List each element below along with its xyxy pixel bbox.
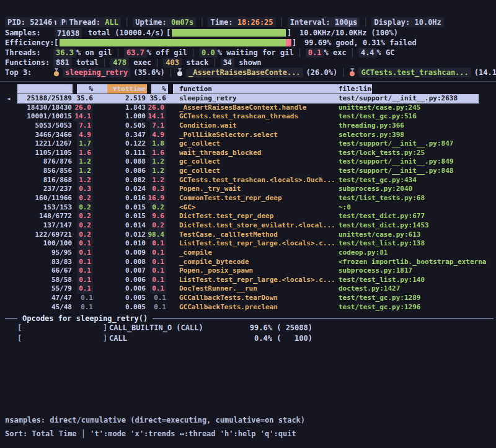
function-name-cell: <GC> [179,203,335,213]
status-value: 10.0Hz [414,18,441,27]
tottime-cell: 0.008 [125,258,146,267]
tottime-cell: 0.006 [125,284,146,294]
top3-function-name: GCTests.test_trashcan... [358,68,471,77]
function-name-cell: ListTest.test_repr_large.<locals>.c... [179,276,335,285]
status-value: 18:26:25 [237,18,273,27]
function-table: ◄ 25188/25189 35.6 2.519 35.6 sleeping_r… [0,94,496,312]
table-row[interactable]: 5053/5053 7.1 0.505 7.1 Condition.wait t… [0,121,496,131]
opcode-name: CALL [109,333,127,344]
cumulative-percent-cell: 1.6 [150,149,166,158]
table-row[interactable]: 58/58 0.1 0.006 0.1 ListTest.test_repr_l… [0,276,496,285]
table-row[interactable]: 45/48 0.1 0.005 0.1 GCCallbackTests.prec… [0,303,496,312]
medal-icon [177,68,183,76]
table-row[interactable]: 160/11966 0.2 0.016 16.9 CommonTest.test… [0,194,496,203]
status-label: PID: [7,18,25,27]
functions-metric: │478 exec [99,58,151,68]
file-line-cell: test/test_gc.py:1296 [339,303,494,312]
metric-value: 0.0 [199,48,218,58]
top3-function-name: sleeping_retry [63,68,130,77]
tottime-cell: 0.006 [125,276,146,285]
table-row[interactable]: 816/868 1.2 0.082 1.2 GCTests.test_trash… [0,176,496,185]
nsamples-cell: 18430/18430 [27,103,72,113]
function-name-cell: sleeping_retry [179,94,335,103]
column-header-nsamples[interactable]: nsamples [39,84,72,94]
top3-label: Top 3: [5,68,53,78]
table-row[interactable]: 153/153 0.2 0.015 0.2 <GC> ~:0 [0,203,496,213]
column-header-tottime-sorted[interactable]: ▼tottime [113,84,146,94]
separator: │ [212,58,216,67]
bar-open-bracket: [ [17,333,22,344]
direct-percent-cell: 1.2 [77,167,93,176]
column-header-function[interactable]: function [179,84,212,94]
cumulative-percent-cell: 0.3 [150,185,166,194]
direct-percent-cell: 1.6 [77,149,93,158]
status-group: PID: 52146 [5,17,55,28]
metric-value: 478 [110,58,129,68]
table-row[interactable]: 10001/10015 14.1 1.000 14.1 GCTests.test… [0,112,496,121]
threads-row: Threads: 36.3% on gil│63.7% off gil│0.0%… [0,48,496,58]
empty-space [0,344,496,415]
table-row[interactable]: 122/69721 0.2 0.012 98.4 TestCase._callT… [0,231,496,240]
direct-percent-cell: 0.2 [77,221,93,231]
top3-percent: (26.0%) [306,68,338,77]
threads-label: Threads: [5,48,53,58]
function-name-cell: _PollLikeSelector.select [179,131,335,140]
samples-bar-fill [172,29,286,37]
cumulative-percent-cell: 0.2 [150,203,166,213]
cumulative-percent-cell: 35.6 [150,94,167,103]
file-line-cell: selectors.py:398 [339,131,494,140]
table-row[interactable]: 83/83 0.1 0.008 0.1 _compile_bytecode <f… [0,258,496,267]
table-row[interactable]: 95/95 0.1 0.009 0.1 _compile codeop.py:8… [0,248,496,258]
separator: │ [58,18,63,27]
status-label: Display: [374,18,410,27]
divider-dash [5,318,17,319]
direct-percent-cell: 0.1 [77,248,93,258]
table-row[interactable]: 100/100 0.1 0.010 0.1 ListTest.test_repr… [0,239,496,248]
function-name-cell: Condition.wait [179,121,335,131]
table-row[interactable]: 3466/3466 4.9 0.347 4.9 _PollLikeSelecto… [0,131,496,140]
table-row[interactable]: 66/67 0.1 0.007 0.1 Popen._posix_spawn s… [0,266,496,276]
table-row[interactable]: 18430/18430 26.0 1.843 26.0 _AssertRaise… [0,103,496,113]
metric-suffix: % waiting for gil [218,48,294,57]
medal-icon [53,68,60,76]
table-divider [0,81,496,82]
status-group: │Display: 10.0Hz [360,17,444,28]
column-header-file-line[interactable]: file:line [339,84,376,94]
table-row[interactable]: 856/856 1.2 0.086 1.2 gc_collect test/su… [0,167,496,176]
table-row[interactable]: 148/6772 0.2 0.015 9.6 DictTest.test_rep… [0,212,496,221]
metric-suffix: exec [133,58,151,67]
bar-open-bracket: [ [166,28,170,38]
opcode-percent: 0.4% ( 100) [221,333,312,344]
nsamples-cell: 160/11966 [35,194,72,203]
table-row[interactable]: 1105/1105 1.6 0.111 1.6 wait_threads_blo… [0,149,496,158]
tottime-cell: 0.111 [125,149,146,158]
file-line-cell: ~:0 [339,203,494,213]
table-row[interactable]: 876/876 1.2 0.088 1.2 gc_collect test/su… [0,157,496,167]
table-row[interactable]: ◄ 25188/25189 35.6 2.519 35.6 sleeping_r… [0,94,496,103]
thread-metric: │63.7% off gil [112,48,187,58]
table-row[interactable]: 137/147 0.2 0.014 0.2 DictTest.test_stor… [0,221,496,231]
column-header-cumulative-percent[interactable]: % [162,84,166,94]
bar-open-bracket: [ [17,323,22,333]
status-value: ALL [105,18,118,27]
nsamples-cell: 10001/10015 [27,112,72,121]
cumulative-percent-cell: 98.4 [146,231,167,240]
nsamples-cell: 1105/1105 [35,149,72,158]
table-row[interactable]: 237/237 0.3 0.024 0.3 Popen._try_wait su… [0,185,496,194]
file-line-cell: subprocess.py:2040 [339,185,494,194]
cumulative-percent-cell: 0.1 [150,248,166,258]
separator: │ [102,58,107,67]
function-name-cell: _compile [179,248,335,258]
direct-percent-cell: 35.6 [77,94,94,103]
medal-icon [349,68,355,76]
table-row[interactable]: 55/79 0.1 0.006 0.1 DocTestRunner.__run … [0,284,496,294]
functions-metric: │34 shown [208,58,261,68]
table-row[interactable]: 47/47 0.1 0.005 0.1 GCCallbackTests.tear… [0,294,496,303]
file-line-cell: test/test_list.py:138 [339,239,494,248]
column-header-direct-percent[interactable]: % [89,84,93,94]
thread-metric: 36.3% on gil [53,48,112,58]
samples-total-suffix: total (10000.4/s) [88,28,164,38]
table-row[interactable]: 1221/1267 1.7 0.122 1.8 gc_collect test/… [0,139,496,149]
direct-percent-cell: 0.1 [77,258,93,267]
cumulative-percent-cell: 14.1 [146,112,167,121]
